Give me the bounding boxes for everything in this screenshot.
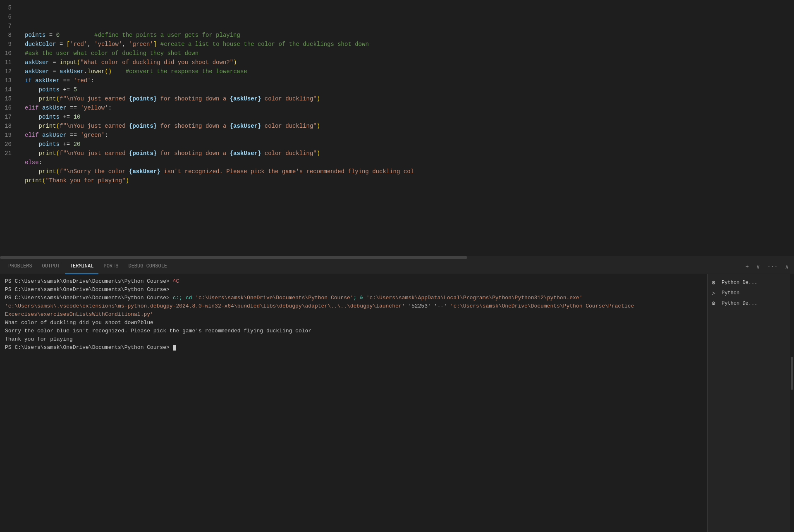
indent-token <box>25 168 39 175</box>
code-line: elif askUser == 'green': <box>25 131 794 140</box>
fn-token: print <box>39 150 56 157</box>
punct-token: ) <box>233 59 237 66</box>
code-line: if askUser == 'red': <box>25 76 794 85</box>
line-number: 9 <box>0 40 18 49</box>
panel-tab-terminal[interactable]: TERMINAL <box>65 260 99 274</box>
terminal-line: PS C:\Users\samsk\OneDrive\Documents\Pyt… <box>5 294 702 319</box>
var-token: duckColor <box>25 41 56 48</box>
line-number: 8 <box>0 31 18 40</box>
indent-token <box>25 141 39 148</box>
num-token: 20 <box>74 141 81 148</box>
str-token: f"\nYou just earned <box>60 123 129 129</box>
line-number: 21 <box>0 149 18 158</box>
editor-scrollbar-thumb[interactable] <box>0 256 467 259</box>
punct-token: ( <box>56 150 60 157</box>
line-number: 19 <box>0 131 18 140</box>
fn-token: print <box>39 168 56 175</box>
fstr-var-token: {askUser} <box>230 123 261 129</box>
op-token: , <box>122 41 129 48</box>
split-terminal-button[interactable]: ∨ <box>754 262 762 271</box>
panel: PROBLEMSOUTPUTTERMINALPORTSDEBUG CONSOLE… <box>0 259 794 532</box>
fstr-var-token: {askUser} <box>230 150 261 157</box>
code-line: elif askUser == 'yellow': <box>25 103 794 112</box>
editor-scrollbar[interactable] <box>0 256 794 259</box>
code-line: points += 20 <box>25 140 794 149</box>
op-token: = <box>49 59 60 66</box>
terminal-line: What color of duckling did you shoot dow… <box>5 319 702 327</box>
str-token: 'green' <box>80 132 105 138</box>
str-token: 'yellow' <box>94 41 122 48</box>
line-number: 14 <box>0 85 18 94</box>
panel-tab-ports[interactable]: PORTS <box>98 260 123 274</box>
terminal-sidebar: ⚙Python De...▷Python⚙Python De... <box>707 274 790 532</box>
kw2-token: else <box>25 159 39 166</box>
var-token: askUser <box>60 68 84 75</box>
fstr-var-token: {points} <box>129 150 157 157</box>
terminal-sidebar-item[interactable]: ⚙Python De... <box>708 277 790 288</box>
code-line: #ask the user what color of ducling they… <box>25 49 794 58</box>
code-line: print(f"\nYou just earned {points} for s… <box>25 94 794 103</box>
str-token: isn't recognized. Please pick the game's… <box>160 168 414 175</box>
num-token: 10 <box>74 114 81 120</box>
terminal-sidebar-label: Python De... <box>722 280 757 286</box>
str-token: "What color of duckling did you shoot do… <box>80 59 233 66</box>
terminal-cursor <box>173 345 176 351</box>
var-token: askUser <box>42 105 67 111</box>
op-token: : <box>108 105 112 111</box>
panel-actions: +∨···∧ <box>744 262 791 271</box>
fn-token: lower <box>87 68 105 75</box>
line-number: 13 <box>0 76 18 85</box>
comment-token: #define the points a user gets for playi… <box>60 32 240 38</box>
terminal-sidebar-item[interactable]: ▷Python <box>708 288 790 298</box>
terminal-main[interactable]: PS C:\Users\samsk\OneDrive\Documents\Pyt… <box>0 274 707 532</box>
terminal-sidebar-label: Python <box>722 290 739 296</box>
fn-token: print <box>25 177 42 184</box>
punct-token: [ <box>67 41 70 48</box>
op-token: : <box>105 132 108 138</box>
panel-tab-debug-console[interactable]: DEBUG CONSOLE <box>123 260 172 274</box>
op-token: == <box>67 132 81 138</box>
editor-area: 56789101112131415161718192021 points = 0… <box>0 0 794 259</box>
fn-token: print <box>39 123 56 129</box>
kw-token: if <box>25 77 32 84</box>
line-number: 11 <box>0 58 18 67</box>
op-token: : <box>39 159 42 166</box>
more-actions-button[interactable]: ··· <box>765 262 780 271</box>
line-number: 5 <box>0 3 18 12</box>
code-content[interactable]: points = 0 #define the points a user get… <box>25 3 794 256</box>
add-terminal-button[interactable]: + <box>744 262 751 271</box>
code-line: print(f"\nSorry the color {askUser} isn'… <box>25 167 794 176</box>
terminal-line: PS C:\Users\samsk\OneDrive\Documents\Pyt… <box>5 277 702 286</box>
num-token: 5 <box>74 86 77 93</box>
close-panel-button[interactable]: ∧ <box>783 262 791 271</box>
var-token: askUser <box>42 132 67 138</box>
line-number: 7 <box>0 21 18 31</box>
op-token: = <box>45 32 56 38</box>
str-token: 'yellow' <box>80 105 108 111</box>
panel-scrollbar-thumb[interactable] <box>791 357 793 390</box>
line-number: 16 <box>0 103 18 112</box>
op-token: == <box>67 105 81 111</box>
panel-tab-output[interactable]: OUTPUT <box>37 260 65 274</box>
panel-tabs: PROBLEMSOUTPUTTERMINALPORTSDEBUG CONSOLE… <box>0 260 794 274</box>
var-token: points <box>39 141 60 148</box>
panel-scrollbar[interactable] <box>790 274 794 532</box>
code-line: else: <box>25 158 794 167</box>
punct-token: ( <box>56 95 60 102</box>
line-number: 20 <box>0 140 18 149</box>
str-token: for shooting down a <box>157 150 230 157</box>
str-token: f"\nYou just earned <box>60 150 129 157</box>
terminal-sidebar-icon: ⚙ <box>712 279 719 286</box>
line-number: 12 <box>0 67 18 76</box>
terminal-sidebar-item[interactable]: ⚙Python De... <box>708 298 790 308</box>
op-token: += <box>60 114 74 120</box>
str-token: color duckling" <box>261 150 316 157</box>
op-token <box>39 132 42 138</box>
punct-token: ) <box>317 150 320 157</box>
str-token: color duckling" <box>261 123 316 129</box>
var-token: points <box>39 114 60 120</box>
str-token: 'green' <box>129 41 153 48</box>
code-line: print(f"\nYou just earned {points} for s… <box>25 122 794 131</box>
op-token: == <box>60 77 74 84</box>
panel-tab-problems[interactable]: PROBLEMS <box>3 260 37 274</box>
